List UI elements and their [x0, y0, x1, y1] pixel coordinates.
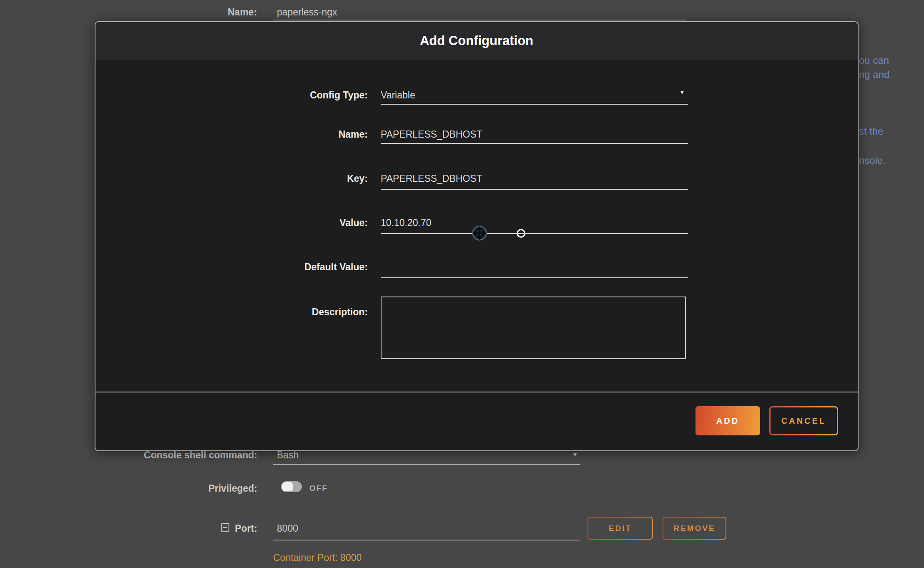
key-input[interactable]: PAPERLESS_DBHOST [381, 173, 688, 184]
bg-help-text-fragment: nsole. [859, 155, 886, 166]
edit-button-label: EDIT [588, 518, 652, 539]
add-configuration-modal: Add Configuration Config Type: Variable … [95, 21, 859, 451]
name-input[interactable]: PAPERLESS_DBHOST [381, 129, 688, 140]
privileged-label: Privileged: [100, 483, 257, 494]
cancel-button-label: CANCEL [771, 407, 837, 434]
config-type-label: Config Type: [200, 90, 368, 101]
bg-help-text-fragment: st the [859, 126, 884, 137]
input-underline [381, 104, 688, 105]
description-textarea[interactable] [381, 297, 686, 359]
toggle-knob [282, 482, 293, 491]
input-underline [381, 143, 688, 144]
bg-name-underline [273, 20, 686, 20]
chevron-down-icon: ▼ [572, 451, 578, 458]
privileged-toggle[interactable] [281, 481, 302, 492]
input-underline [381, 277, 688, 278]
console-underline [273, 464, 580, 465]
default-value-label: Default Value: [200, 261, 368, 273]
edit-button[interactable]: EDIT [588, 517, 653, 540]
bg-help-text-fragment: ng and [859, 69, 889, 80]
modal-footer-divider [95, 392, 858, 392]
input-underline [381, 189, 688, 190]
move-cursor-icon [472, 225, 487, 241]
console-shell-command-select[interactable]: Bash [277, 450, 299, 461]
container-settings-page: Name: paperless-ngx ou can ng and st the… [0, 0, 924, 568]
bg-name-value: paperless-ngx [277, 7, 337, 18]
bg-name-label: Name: [228, 7, 257, 18]
port-underline [273, 540, 580, 540]
config-type-select[interactable]: Variable [381, 90, 688, 101]
port-label: Port: [167, 523, 257, 534]
remove-button-label: REMOVE [663, 518, 726, 539]
privileged-state-text: OFF [309, 484, 328, 493]
input-underline [381, 233, 688, 234]
key-label: Key: [200, 173, 368, 184]
click-indicator-icon [517, 229, 525, 238]
value-input[interactable]: 10.10.20.70 [381, 217, 688, 229]
console-shell-command-label: Console shell command: [100, 450, 257, 461]
description-label: Description: [200, 307, 368, 318]
container-port-note: Container Port: 8000 [273, 552, 362, 563]
modal-title: Add Configuration [95, 22, 858, 60]
value-label: Value: [200, 217, 368, 229]
remove-button[interactable]: REMOVE [663, 517, 726, 540]
modal-header: Add Configuration [95, 22, 858, 60]
cancel-button[interactable]: CANCEL [769, 406, 838, 435]
add-button[interactable]: ADD [696, 406, 760, 435]
port-input[interactable]: 8000 [277, 523, 298, 534]
name-label: Name: [200, 129, 368, 140]
chevron-down-icon: ▼ [679, 89, 685, 96]
bg-help-text-fragment: ou can [859, 55, 889, 66]
